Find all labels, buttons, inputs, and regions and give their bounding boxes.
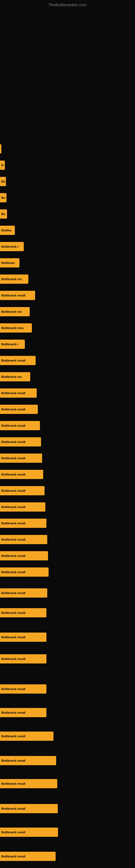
bar-label: Bottlen [1, 229, 12, 232]
bar-label: Bottleneck result [1, 636, 26, 639]
bottleneck-bar: Bottleneck result [0, 356, 36, 365]
bottleneck-bar: Bo [0, 177, 6, 186]
bar-item: Bottlen [0, 223, 135, 238]
bar-label: Bottleneck result [1, 570, 26, 574]
bar-item: B [0, 158, 135, 173]
bar-item: Bottleneck result [0, 402, 135, 416]
bar-label: Bottlenec [1, 261, 15, 265]
bar-label: Bottleneck result [1, 408, 26, 411]
bottleneck-bar: Bottleneck result [0, 804, 58, 813]
bar-item: Bottleneck result [0, 605, 135, 620]
bar-label: Bottleneck result [1, 538, 26, 541]
bar-item: Bottleneck result [0, 849, 135, 864]
bar-item: Bottleneck res [0, 272, 135, 286]
bar-item: Bottleneck result [0, 353, 135, 368]
bar-label: Bottleneck result [1, 657, 26, 660]
bottleneck-bar: Bottleneck result [0, 470, 43, 479]
bar-item: Bottleneck result [0, 483, 135, 498]
bar-item: Bottleneck result [0, 564, 135, 579]
bar-label: Bottleneck result [1, 505, 26, 508]
bar-label: Bottleneck res [1, 278, 22, 281]
bar-label: Bottleneck result [1, 554, 26, 557]
bottleneck-bar: Bottleneck result [0, 405, 38, 414]
bar-item: Bottleneck result [0, 548, 135, 563]
bar-label: B [1, 163, 3, 167]
bar-item: Bottleneck result [0, 651, 135, 666]
bar-label: Bo [1, 212, 5, 216]
bottleneck-bar: Bottleneck result [0, 608, 46, 617]
bar-item: Bottleneck result [0, 776, 135, 791]
bar-label: Bottleneck result [1, 440, 26, 443]
bar-item: Bottleneck r [0, 239, 135, 254]
bar-item: Bottleneck r [0, 337, 135, 351]
bottleneck-bar: Bottleneck res [0, 307, 30, 316]
bar-item: Bottlenec [0, 255, 135, 270]
site-title: TheBottlenecker.com [0, 0, 135, 8]
bottleneck-bar: Bottlen [0, 226, 15, 235]
bar-label: Bottleneck result [1, 807, 26, 810]
bar-label: Bottleneck resu [1, 326, 24, 330]
bottleneck-bar: Bottleneck r [0, 340, 25, 349]
bar-label: Bottleneck result [1, 424, 26, 427]
bar-label: Bottleneck result [1, 591, 26, 595]
bar-item: Bottleneck result [0, 728, 135, 744]
bottleneck-bar: Bottleneck result [0, 454, 42, 463]
bar-item: Bo [0, 190, 135, 205]
bottleneck-bar [0, 144, 1, 154]
bar-label: Bottleneck result [1, 457, 26, 460]
bottleneck-bar: Bo [0, 209, 7, 219]
bottleneck-bar: Bottleneck res [0, 275, 28, 284]
bottleneck-bar: Bottlenec [0, 258, 19, 268]
bar-label: Bottleneck result [1, 522, 26, 525]
bottleneck-bar: Bottleneck resu [0, 323, 32, 333]
bottleneck-bar: Bottleneck result [0, 684, 46, 693]
bar-label: Bottleneck result [1, 489, 26, 492]
bottleneck-bar: Bottleneck res [0, 372, 30, 381]
bar-label: Bo [1, 180, 5, 183]
bar-item: Bottleneck result [0, 467, 135, 482]
bar-label: Bottleneck result [1, 711, 26, 714]
bar-label: Bottleneck result [1, 473, 26, 476]
bar-item: Bottleneck result [0, 499, 135, 514]
bar-item: Bottleneck result [0, 825, 135, 839]
bottleneck-bar: Bottleneck result [0, 708, 46, 717]
bar-label: Bottleneck result [1, 294, 26, 297]
bar-item: Bottleneck result [0, 434, 135, 449]
bar-item: Bo [0, 174, 135, 189]
bar-item: Bottleneck result [0, 288, 135, 303]
bar-item: Bottleneck result [0, 681, 135, 696]
bottleneck-bar: Bottleneck result [0, 291, 35, 300]
bottleneck-bar: Bottleneck result [0, 437, 41, 446]
bottleneck-bar: Bottleneck result [0, 486, 45, 495]
bar-label: Bottleneck result [1, 855, 26, 858]
bar-label: Bottleneck result [1, 687, 26, 691]
bottleneck-bar: Bottleneck result [0, 567, 49, 577]
bottleneck-bar: Bottleneck result [0, 828, 58, 837]
bar-item [0, 141, 135, 156]
bottleneck-bar: Bottleneck result [0, 588, 47, 597]
bottleneck-bar: Bottleneck result [0, 389, 37, 398]
bar-item: Bottleneck result [0, 418, 135, 433]
bar-item: Bottleneck result [0, 801, 135, 816]
bar-label: Bottleneck result [1, 759, 26, 762]
bar-item: Bottleneck resu [0, 320, 135, 335]
bar-item: Bottleneck result [0, 516, 135, 531]
bottleneck-bar: B [0, 161, 5, 170]
bar-label: Bottleneck result [1, 831, 26, 834]
bottleneck-bar: Bo [0, 193, 6, 203]
bar-item: Bo [0, 207, 135, 221]
bottleneck-bar: Bottleneck result [0, 732, 53, 741]
bottleneck-bar: Bottleneck result [0, 654, 46, 663]
bar-label: Bottleneck result [1, 392, 26, 395]
bar-label: Bo [1, 196, 5, 199]
bar-label: Bottleneck res [1, 375, 22, 378]
bottleneck-bar: Bottleneck result [0, 779, 57, 788]
bottleneck-bar: Bottleneck result [0, 535, 47, 544]
bar-label: Bottleneck result [1, 359, 26, 362]
bar-item: Bottleneck res [0, 304, 135, 319]
bar-label: Bottleneck result [1, 782, 26, 785]
bar-label: Bottleneck r [1, 245, 18, 248]
bar-label: Bottleneck result [1, 611, 26, 614]
bar-item: Bottleneck result [0, 585, 135, 600]
bottleneck-bar: Bottleneck result [0, 421, 40, 430]
